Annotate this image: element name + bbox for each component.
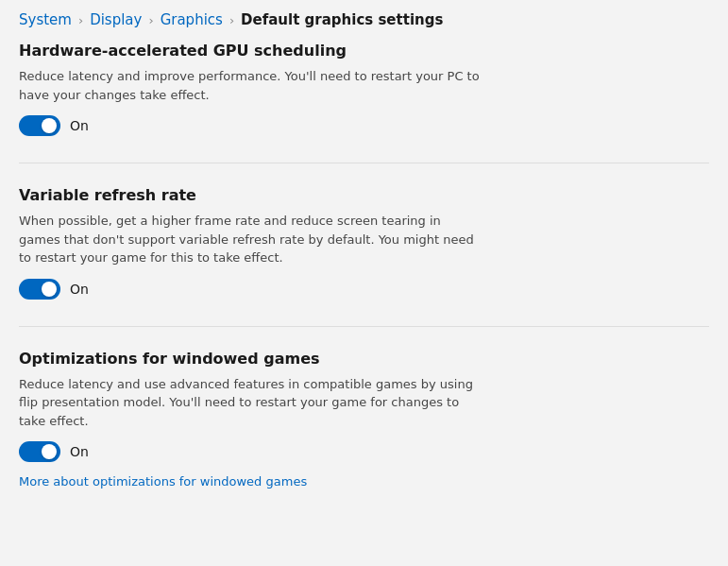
windowed-games-toggle-row: On [19,441,709,462]
breadcrumb-current: Default graphics settings [241,11,443,28]
breadcrumb-system[interactable]: System [19,11,72,28]
breadcrumb-display[interactable]: Display [90,11,142,28]
breadcrumb-graphics[interactable]: Graphics [161,11,223,28]
divider-2 [19,326,709,327]
gpu-scheduling-thumb [42,118,57,133]
gpu-scheduling-toggle-label: On [70,118,89,133]
variable-refresh-rate-toggle[interactable] [19,279,60,300]
variable-refresh-rate-title: Variable refresh rate [19,186,709,204]
gpu-scheduling-title: Hardware-accelerated GPU scheduling [19,42,709,60]
gpu-scheduling-toggle[interactable] [19,115,60,136]
divider-1 [19,163,709,163]
variable-refresh-rate-description: When possible, get a higher frame rate a… [19,212,482,267]
windowed-games-thumb [42,444,57,459]
variable-refresh-rate-toggle-label: On [70,282,89,297]
windowed-games-more-link[interactable]: More about optimizations for windowed ga… [19,474,307,489]
variable-refresh-rate-thumb [42,282,57,297]
gpu-scheduling-description: Reduce latency and improve performance. … [19,67,482,104]
gpu-scheduling-toggle-row: On [19,115,709,136]
windowed-games-title: Optimizations for windowed games [19,350,709,368]
windowed-games-description: Reduce latency and use advanced features… [19,375,482,431]
variable-refresh-rate-section: Variable refresh rate When possible, get… [19,186,709,300]
settings-content: Hardware-accelerated GPU scheduling Redu… [0,42,728,534]
windowed-games-toggle[interactable] [19,441,60,462]
breadcrumb-separator-1: › [78,13,83,27]
gpu-scheduling-section: Hardware-accelerated GPU scheduling Redu… [19,42,709,136]
variable-refresh-rate-toggle-row: On [19,279,709,300]
windowed-games-toggle-label: On [70,444,89,459]
breadcrumb: System › Display › Graphics › Default gr… [0,0,728,42]
breadcrumb-separator-2: › [148,13,153,27]
windowed-games-section: Optimizations for windowed games Reduce … [19,350,709,489]
breadcrumb-separator-3: › [229,13,234,27]
